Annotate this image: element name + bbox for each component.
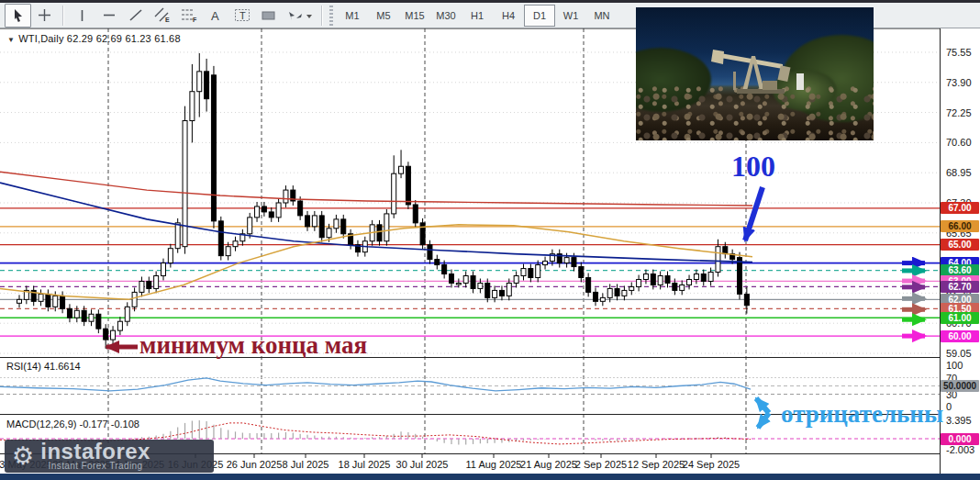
timeframe-button-h4[interactable]: H4	[493, 5, 524, 27]
macd-scale-bottom: -2.003	[946, 444, 974, 455]
price-tick: 75.55	[946, 47, 972, 58]
price-tick: 73.90	[946, 77, 972, 88]
timeframe-button-d1[interactable]: D1	[524, 5, 555, 27]
macd-scale-top: 3.395	[946, 415, 972, 426]
trendline-icon	[128, 8, 143, 22]
date-label: 24 Sep 2025	[683, 459, 740, 470]
arrow-shapes-tool-button[interactable]	[282, 4, 317, 28]
text-icon: A	[208, 8, 222, 23]
price-level-label-67.00[interactable]: 67.00	[941, 202, 979, 214]
date-label: 8 Jul 2025	[283, 459, 329, 470]
logo-name: instaforex	[40, 441, 150, 463]
date-label: 18 Jul 2025	[339, 459, 391, 470]
pumpjack-silhouette	[702, 33, 812, 97]
date-label: 2 Sep 2025	[575, 459, 627, 470]
gear-icon: ⚙	[12, 444, 34, 469]
horizontal-line-tool-button[interactable]	[95, 4, 122, 28]
annotation-100: 100	[731, 150, 775, 184]
timeframe-buttons: M1M5M15M30H1H4D1W1MN	[337, 5, 618, 27]
logo-subtitle: Instant Forex Trading	[49, 462, 143, 471]
fibonacci-icon: F	[181, 7, 197, 23]
price-level-label-65.00[interactable]: 65.00	[941, 239, 979, 251]
symbol-quote[interactable]: ▼WTI,Daily 62.29 62.69 61.23 61.68	[7, 33, 181, 44]
price-level-label-62.70[interactable]: 62.70	[941, 281, 979, 293]
rsi-50-level-label[interactable]: 50.0000	[941, 380, 979, 392]
rectangle-tool-button[interactable]	[255, 4, 282, 28]
horizontal-line-icon	[102, 8, 117, 22]
price-level-label-66.00[interactable]: 66.00	[941, 220, 979, 232]
macd-zero-label[interactable]: 0.000	[941, 433, 979, 445]
macd-label: MACD(12,26,9) -0.177 -0.108	[6, 419, 139, 430]
date-label: 12 Sep 2025	[628, 459, 685, 470]
svg-text:F: F	[193, 17, 197, 23]
rsi-label: RSI(14) 41.6614	[6, 361, 81, 372]
price-tick: 68.95	[946, 167, 972, 178]
equidistant-channel-tool-button[interactable]: E	[149, 4, 175, 28]
vertical-line-icon	[75, 8, 89, 23]
trendline-tool-button[interactable]	[122, 4, 149, 28]
crosshair-tool-button[interactable]	[31, 4, 58, 28]
instaforex-logo[interactable]: ⚙ instaforex Instant Forex Trading	[5, 440, 214, 473]
text-label-icon: T	[234, 7, 251, 23]
price-tick: 59.05	[946, 348, 972, 359]
timeframe-button-m1[interactable]: M1	[337, 5, 368, 27]
rectangle-icon	[261, 9, 276, 22]
timeframe-button-w1[interactable]: W1	[555, 5, 586, 27]
rsi-scale-tick: 0	[946, 401, 952, 412]
annotation-may-low: минимум конца мая	[139, 331, 367, 360]
timeframe-button-h1[interactable]: H1	[462, 5, 493, 27]
svg-text:E: E	[165, 17, 170, 23]
oil-pumpjack-photo	[636, 7, 874, 140]
price-level-label-60.00[interactable]: 60.00	[941, 330, 979, 342]
timeframe-button-m5[interactable]: M5	[368, 5, 399, 27]
price-tick: 72.25	[946, 107, 972, 118]
timeframe-button-mn[interactable]: MN	[586, 5, 618, 27]
timeframe-button-m30[interactable]: M30	[430, 5, 462, 27]
fibonacci-tool-button[interactable]: F	[175, 4, 202, 28]
date-label: 30 Jul 2025	[396, 459, 449, 470]
price-tick: 70.60	[946, 137, 972, 148]
cursor-icon	[11, 8, 25, 23]
date-label: 11 Aug 2025	[466, 459, 522, 470]
cursor-tool-button[interactable]	[5, 4, 31, 28]
quote-text: WTI,Daily 62.29 62.69 61.23 61.68	[18, 33, 181, 44]
arrow-shapes-icon	[285, 8, 313, 23]
annotation-negative: отрицательны	[781, 400, 943, 429]
price-level-label-61.00[interactable]: 61.00	[941, 312, 979, 324]
toolbar-separator	[62, 6, 64, 26]
toolbar-grip[interactable]	[329, 6, 333, 26]
window-bottom-strip	[0, 474, 980, 480]
timeframe-button-m15[interactable]: M15	[399, 5, 430, 27]
crosshair-icon	[38, 8, 51, 22]
toolbar-separator	[321, 6, 323, 26]
date-label: 26 Jun 2025	[227, 459, 283, 470]
collapse-triangle-icon[interactable]: ▼	[7, 36, 15, 44]
equidistant-channel-icon: E	[154, 7, 171, 23]
date-label: 21 Aug 2025	[520, 459, 577, 470]
rsi-scale-tick: 100	[946, 360, 963, 371]
text-tool-button[interactable]: A	[202, 4, 228, 28]
text-label-tool-button[interactable]: T	[228, 4, 255, 28]
svg-text:T: T	[239, 10, 246, 21]
svg-text:A: A	[211, 9, 219, 23]
vertical-line-tool-button[interactable]	[69, 4, 95, 28]
